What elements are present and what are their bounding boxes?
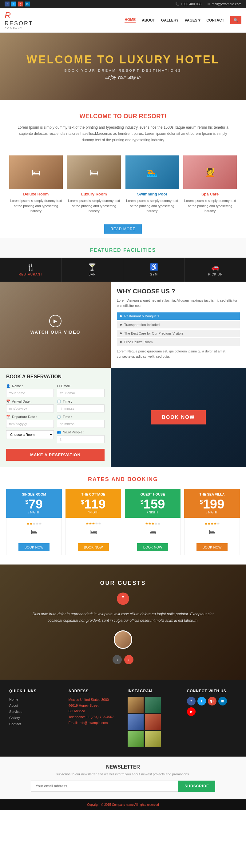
search-button[interactable]: 🔍 (230, 16, 241, 24)
email-input[interactable] (57, 389, 105, 397)
cottage-book-button[interactable]: Book Now (78, 543, 109, 551)
clock-icon: 🕐 (57, 400, 61, 404)
guesthouse-book-button[interactable]: Book Now (137, 543, 169, 551)
facebook-icon[interactable]: f (5, 2, 9, 6)
people-icon: 👥 (57, 430, 61, 434)
gym-icon: ♿ (127, 263, 181, 271)
guesthouse-price: $159 (128, 498, 177, 510)
rates-section: RATES AND BOOKING SINGLE ROOM $79 / NIGH… (0, 467, 246, 564)
departure-time-group: 🕐 Time : (57, 415, 105, 428)
tab-restaurant[interactable]: 🍴 RESTAURANT (0, 258, 62, 282)
insta-thumb-3[interactable] (128, 714, 144, 730)
arrival-time-input[interactable] (57, 404, 105, 412)
book-now-button[interactable]: BOOK NOW (151, 410, 206, 425)
deluxe-desc: Lorem ipsum is simply dummy text of the … (9, 198, 63, 214)
nav-gallery[interactable]: Gallery (161, 18, 179, 23)
instagram-title: INSTAGRAM (128, 689, 178, 693)
linkedin-icon[interactable]: in (25, 2, 30, 6)
email-label: ✉ Email : (57, 384, 105, 388)
tab-bar[interactable]: 🍸 BAR (62, 258, 123, 282)
play-button[interactable]: ▶ (49, 315, 62, 327)
welcome-title: WELCOME TO OUR RESORT! (12, 113, 234, 120)
people-input[interactable] (57, 435, 105, 443)
departure-time-input[interactable] (57, 420, 105, 428)
nav-about[interactable]: About (142, 18, 155, 23)
arrival-input[interactable] (6, 404, 54, 412)
email-icon: ✉ (57, 384, 60, 388)
guests-title: OUR GUESTS (12, 580, 234, 586)
phone-info: 📞 +090 480 088 (175, 2, 202, 6)
room-select[interactable]: Choose a Room (6, 430, 54, 439)
spa-title[interactable]: Spa Care (183, 192, 237, 196)
insta-thumb-2[interactable] (145, 697, 161, 713)
rates-grid: SINGLE ROOM $79 / NIGHT ★★★★★ 🛏 Book Now… (6, 489, 240, 555)
twitter-icon[interactable]: t (11, 2, 16, 6)
nav-home[interactable]: Home (125, 18, 136, 23)
insta-thumb-5[interactable] (128, 731, 144, 747)
video-text: ▶ WATCH OUR VIDEO (30, 315, 80, 335)
insta-thumb-6[interactable] (145, 731, 161, 747)
cottage-bed-icon: 🛏 (70, 528, 117, 536)
dot-prev[interactable]: ‹ (112, 655, 122, 664)
link-services[interactable]: Services (9, 710, 22, 713)
why-item-4: Free Deluxe Room (117, 338, 240, 346)
luxury-title[interactable]: Luxury Room (67, 192, 121, 196)
arrival-time-group: 🕐 Time : (57, 400, 105, 412)
footer-top: QUICK LINKS Home About Services Gallery … (0, 680, 246, 756)
feature-pool: 🏊 Swimming Pool Lorem ipsum is simply du… (126, 155, 179, 214)
video-section[interactable]: ▶ WATCH OUR VIDEO (0, 282, 111, 368)
single-header: SINGLE ROOM $79 / NIGHT (6, 489, 62, 518)
single-body: ★★★★★ 🛏 Book Now (6, 518, 62, 555)
dot-next[interactable]: › (124, 655, 134, 664)
tab-pickup[interactable]: 🚗 PICK UP (185, 258, 246, 282)
seavilla-book-button[interactable]: Book Now (197, 543, 228, 551)
name-email-row: 👤 Name : ✉ Email : (6, 384, 105, 397)
link-home[interactable]: Home (9, 698, 18, 701)
mail-icon: ✉ (208, 2, 210, 6)
seavilla-stars: ★★★★★ (188, 522, 236, 526)
nav-contact[interactable]: Contact (206, 18, 224, 23)
pickup-icon: 🚗 (188, 263, 243, 271)
make-reservation-button[interactable]: MAKE A RESERVATION (6, 449, 105, 461)
restaurant-icon: 🍴 (3, 263, 58, 271)
restaurant-label: RESTAURANT (3, 273, 58, 276)
luxury-image: 🛏 (67, 155, 121, 189)
link-about[interactable]: About (9, 704, 18, 707)
pool-title[interactable]: Swimming Pool (126, 192, 179, 196)
arrival-group: 📅 Arrival Date : (6, 400, 54, 412)
single-book-button[interactable]: Book Now (19, 543, 50, 551)
connect-youtube[interactable]: ▶ (187, 707, 196, 716)
connect-googleplus[interactable]: g+ (208, 697, 216, 706)
quicklinks-title: QUICK LINKS (9, 689, 59, 693)
connect-facebook[interactable]: f (187, 697, 196, 706)
link-contact[interactable]: Contact (9, 722, 21, 726)
insta-thumb-4[interactable] (145, 714, 161, 730)
insta-thumb-1[interactable] (128, 697, 144, 713)
spa-desc: Lorem ipsum is simply dummy text of the … (183, 198, 237, 214)
newsletter-section: NEWSLETTER subscribe to our newsletter a… (0, 756, 246, 799)
room-group: Choose a Room (6, 430, 54, 443)
arrival-label: 📅 Arrival Date : (6, 400, 54, 404)
list-item: Services (9, 709, 59, 714)
deluxe-title[interactable]: Deluxe Room (9, 192, 63, 196)
connect-twitter[interactable]: t (198, 697, 206, 706)
social-links[interactable]: f t g in (5, 2, 31, 6)
read-more-button[interactable]: READ MORE (104, 224, 142, 234)
newsletter-input[interactable] (31, 781, 178, 792)
nav-pages[interactable]: Pages ▾ (185, 18, 200, 23)
hero-subtitle: BOOK YOUR DREAM RESORT DESTINATIONS (27, 69, 219, 72)
luxury-desc: Lorem ipsum is simply dummy text of the … (67, 198, 121, 214)
name-input[interactable] (6, 389, 54, 397)
logo: RResort COMPANY (5, 10, 33, 30)
tab-gym[interactable]: ♿ GYM (123, 258, 185, 282)
googleplus-icon[interactable]: g (18, 2, 23, 6)
feature-luxury: 🛏 Luxury Room Lorem ipsum is simply dumm… (67, 155, 121, 214)
departure-time-label: 🕐 Time : (57, 415, 105, 419)
departure-input[interactable] (6, 420, 54, 428)
facilities-section: FEATURED FACILITIES 🍴 RESTAURANT 🍸 BAR ♿… (0, 238, 246, 282)
connect-linkedin[interactable]: in (218, 697, 227, 706)
subscribe-button[interactable]: SUBSCRIBE (178, 781, 215, 792)
single-title: SINGLE ROOM (9, 493, 59, 496)
why-item-2: Transportation Included (117, 321, 240, 329)
link-gallery[interactable]: Gallery (9, 716, 20, 720)
